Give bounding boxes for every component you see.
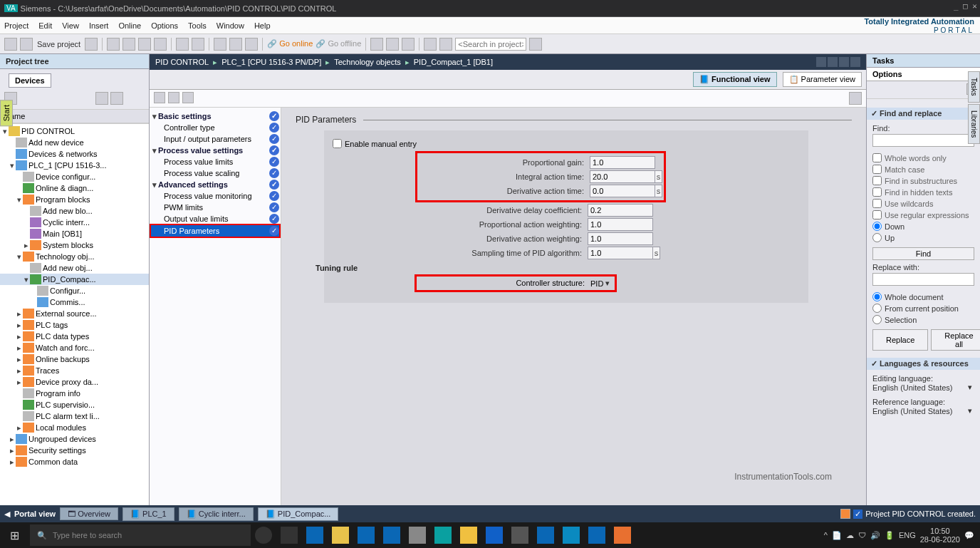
copy-icon[interactable] xyxy=(123,38,135,51)
open-icon[interactable] xyxy=(20,38,33,51)
tia-icon[interactable] xyxy=(434,527,452,544)
paste-icon[interactable] xyxy=(138,38,151,51)
nav-pwm[interactable]: PWM limits xyxy=(164,203,203,212)
app3-icon[interactable] xyxy=(563,527,580,544)
nav-ctrl-type[interactable]: Controller type xyxy=(164,123,215,132)
find-replace-sec[interactable]: ✓ Find and replace xyxy=(867,108,980,120)
sb-pid[interactable]: 📘 PID_Compac... xyxy=(258,507,339,521)
prop-weight-input[interactable] xyxy=(588,218,653,231)
find-btn[interactable]: Find xyxy=(872,247,974,260)
enable-manual-check[interactable] xyxy=(333,139,342,148)
cb-wild[interactable] xyxy=(872,199,882,208)
cb-hidden[interactable] xyxy=(872,187,882,197)
crumb-0[interactable]: PID CONTROL xyxy=(155,58,209,66)
menu-window[interactable]: Window xyxy=(217,21,244,30)
rad-down[interactable] xyxy=(872,222,882,231)
der-delay-input[interactable] xyxy=(588,204,653,217)
project-search[interactable] xyxy=(455,38,526,51)
sample-input[interactable] xyxy=(588,247,653,259)
undo-icon[interactable] xyxy=(176,38,189,51)
mode-icon-1[interactable] xyxy=(154,92,165,103)
cb-whole[interactable] xyxy=(872,153,882,162)
rad-selection[interactable] xyxy=(872,315,882,324)
nav-pid[interactable]: PID Parameters xyxy=(164,227,219,235)
system-tray[interactable]: ^📄☁🛡🔊🔋ENG 10:5028-06-2020 💬 xyxy=(818,527,980,544)
taskview-icon[interactable] xyxy=(281,527,298,544)
sb-plc1[interactable]: 📘 PLC_1 xyxy=(123,507,174,521)
devices-tab[interactable]: Devices xyxy=(9,73,51,88)
replace-btn[interactable]: Replace xyxy=(872,329,928,351)
compile-icon[interactable] xyxy=(214,38,226,51)
cb-match[interactable] xyxy=(872,165,882,174)
upload-icon[interactable] xyxy=(245,38,258,51)
project-tree[interactable]: ▾PID CONTROL Add new device Devices & ne… xyxy=(0,123,149,520)
ref-lang-combo[interactable]: English (United States)▾ xyxy=(872,406,974,415)
replace-input[interactable] xyxy=(872,273,974,286)
find-input[interactable] xyxy=(872,134,974,147)
cortana-icon[interactable] xyxy=(255,527,272,544)
start-icon[interactable]: ⊞ xyxy=(0,529,28,542)
save-project-btn[interactable]: Save project xyxy=(36,40,82,48)
delete-icon[interactable] xyxy=(154,38,167,51)
nav-out-lim[interactable]: Output value limits xyxy=(164,214,228,223)
store-icon[interactable] xyxy=(358,527,375,544)
cb-regex[interactable] xyxy=(872,210,882,219)
prop-gain-input[interactable] xyxy=(590,156,655,169)
sb-cyclic[interactable]: 📘 Cyclic interr... xyxy=(179,507,254,521)
stop-icon[interactable] xyxy=(402,38,415,51)
der-time-input[interactable] xyxy=(590,185,655,197)
rad-from-pos[interactable] xyxy=(872,304,882,313)
options-tab[interactable]: Options xyxy=(867,68,980,81)
nav-pv-lim[interactable]: Process value limits xyxy=(164,157,233,166)
cut-icon[interactable] xyxy=(107,38,120,51)
crumb-1[interactable]: PLC_1 [CPU 1516-3 PN/DP] xyxy=(221,58,321,66)
tree-tool-3[interactable] xyxy=(110,92,123,105)
side-libraries[interactable]: Libraries xyxy=(968,104,980,144)
replace-all-btn[interactable]: Replace all xyxy=(931,329,980,351)
win-search[interactable]: 🔍 Type here to search xyxy=(30,524,251,546)
nav-adv[interactable]: Advanced settings xyxy=(158,180,228,189)
edit-lang-combo[interactable]: English (United States)▾ xyxy=(872,383,974,392)
parameter-view-tab[interactable]: 📋 Parameter view xyxy=(783,72,862,87)
mail-icon[interactable] xyxy=(383,527,400,544)
redo-icon[interactable] xyxy=(192,38,204,51)
nav-pv-scale[interactable]: Process value scaling xyxy=(164,169,239,177)
menu-view[interactable]: View xyxy=(62,21,79,30)
mode-icon-3[interactable] xyxy=(182,92,194,103)
der-weight-input[interactable] xyxy=(588,232,653,245)
explorer-icon[interactable] xyxy=(332,527,349,544)
app4-icon[interactable] xyxy=(614,527,631,544)
cb-sub[interactable] xyxy=(872,176,882,185)
sb-overview[interactable]: 🗔 Overview xyxy=(60,507,118,520)
save-icon[interactable] xyxy=(85,38,98,51)
sim-icon[interactable] xyxy=(370,38,383,51)
menu-insert[interactable]: Insert xyxy=(89,21,109,30)
go-online-btn[interactable]: 🔗 Go online xyxy=(267,39,313,48)
functional-view-tab[interactable]: 📘 Functional view xyxy=(693,72,777,87)
portal-view-btn[interactable]: Portal view xyxy=(14,510,56,518)
left-side-start[interactable]: Start xyxy=(0,100,13,126)
int-time-input[interactable] xyxy=(590,170,655,183)
mode-icon-2[interactable] xyxy=(168,92,179,103)
menu-help[interactable]: Help xyxy=(254,21,271,30)
app2-icon[interactable] xyxy=(537,527,554,544)
split-icon[interactable] xyxy=(424,38,437,51)
search-go-icon[interactable] xyxy=(529,38,542,51)
side-tasks[interactable]: Tasks xyxy=(968,71,980,103)
window-ops[interactable]: _ □ ✕ xyxy=(954,1,977,11)
editor-win-ops[interactable] xyxy=(816,57,860,67)
nav-pv-mon[interactable]: Process value monitoring xyxy=(164,192,252,200)
mode-icon-right[interactable] xyxy=(849,92,862,105)
crumb-3[interactable]: PID_Compact_1 [DB1] xyxy=(414,58,493,66)
tree-tool-2[interactable] xyxy=(95,92,108,105)
rad-whole-doc[interactable] xyxy=(872,292,882,301)
new-icon[interactable] xyxy=(4,38,17,51)
paint-icon[interactable] xyxy=(409,527,426,544)
lang-sec[interactable]: ✓ Languages & resources xyxy=(867,358,980,370)
app1-icon[interactable] xyxy=(511,527,528,544)
rad-up[interactable] xyxy=(872,233,882,242)
nav-io[interactable]: Input / output parameters xyxy=(164,135,251,143)
menu-project[interactable]: Project xyxy=(4,21,28,30)
menu-online[interactable]: Online xyxy=(118,21,141,30)
ctrl-struct-combo[interactable]: PID▾ xyxy=(590,279,612,288)
